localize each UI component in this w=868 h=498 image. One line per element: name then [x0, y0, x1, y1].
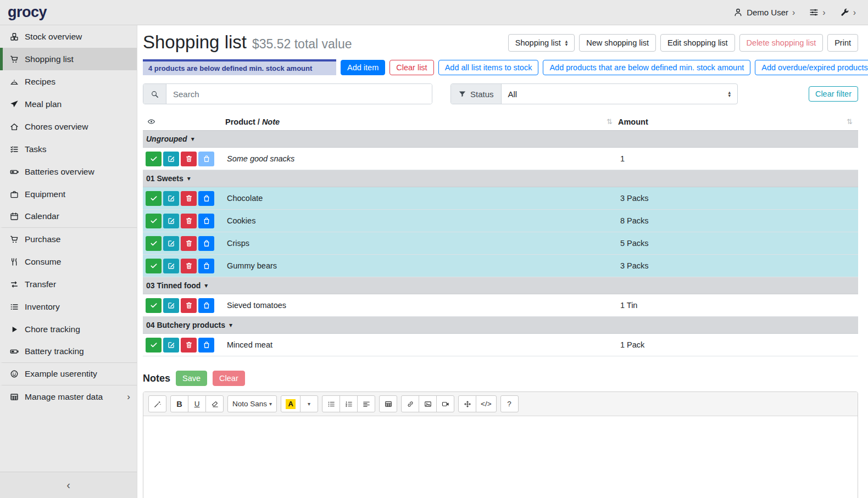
admin-menu[interactable]: › [840, 8, 856, 17]
mark-done-button[interactable] [146, 259, 162, 273]
table-row: Sieved tomatoes 1 Tin [143, 294, 858, 317]
edit-item-button[interactable] [163, 191, 179, 206]
tasks-icon [8, 145, 20, 154]
add-all-to-stock-button[interactable]: Add all list items to stock [438, 60, 539, 75]
sidebar-item-consume[interactable]: Consume [0, 250, 137, 273]
delete-item-button[interactable] [181, 152, 197, 166]
underline-button[interactable]: U [188, 395, 206, 412]
sidebar-item-manage-master-data[interactable]: Manage master data› [0, 385, 137, 408]
product-column-header[interactable]: Product / Note ⇅ [225, 117, 618, 126]
delete-item-button[interactable] [181, 236, 197, 251]
add-to-stock-button[interactable] [198, 259, 214, 273]
edit-item-button[interactable] [163, 298, 179, 313]
notes-clear-button[interactable]: Clear [213, 371, 245, 386]
add-to-stock-button[interactable] [198, 338, 214, 352]
mark-done-button[interactable] [146, 338, 162, 352]
sidebar-item-shopping-list[interactable]: Shopping list [0, 48, 137, 70]
text-color-button[interactable]: A [281, 395, 301, 412]
sidebar-item-calendar[interactable]: Calendar [0, 205, 137, 228]
sidebar-item-equipment[interactable]: Equipment [0, 183, 137, 205]
clear-filter-button[interactable]: Clear filter [809, 86, 858, 102]
notes-text-area[interactable] [143, 416, 858, 498]
new-shopping-list-button[interactable]: New shopping list [579, 34, 656, 52]
add-item-button[interactable]: Add item [341, 60, 385, 75]
ordered-list-button[interactable] [340, 395, 358, 412]
notes-save-button[interactable]: Save [176, 371, 207, 386]
sort-icon[interactable]: ⇅ [847, 117, 853, 126]
help-button[interactable]: ? [500, 395, 519, 412]
mark-done-button[interactable] [146, 191, 162, 206]
user-menu[interactable]: Demo User › [733, 8, 795, 17]
group-header-butchery-products: 04 Butchery products ▾ [143, 317, 858, 334]
add-overdue-button[interactable]: Add overdue/expired products [755, 60, 868, 75]
delete-item-button[interactable] [181, 338, 197, 352]
insert-video-button[interactable] [436, 395, 454, 412]
insert-table-button[interactable] [379, 395, 397, 412]
fullscreen-button[interactable] [458, 395, 476, 412]
edit-item-button[interactable] [163, 152, 179, 166]
add-below-min-button[interactable]: Add products that are below defined min.… [543, 60, 750, 75]
sidebar-item-batteries-overview[interactable]: Batteries overview [0, 160, 137, 183]
clear-list-button[interactable]: Clear list [390, 60, 433, 75]
mark-done-button[interactable] [146, 214, 162, 228]
sidebar-item-example-userentity[interactable]: Example userentity [0, 363, 137, 385]
sidebar-item-chore-tracking[interactable]: Chore tracking [0, 318, 137, 340]
chevron-right-icon: › [822, 8, 825, 17]
below-min-stock-alert: 4 products are below defined min. stock … [143, 59, 336, 75]
sidebar-item-tasks[interactable]: Tasks [0, 138, 137, 160]
caret-down-icon[interactable]: ▾ [229, 321, 232, 329]
sidebar-item-battery-tracking[interactable]: Battery tracking [0, 340, 137, 363]
delete-item-button[interactable] [181, 214, 197, 228]
print-button[interactable]: Print [827, 34, 858, 52]
insert-image-button[interactable] [419, 395, 437, 412]
magic-style-button[interactable] [148, 395, 166, 412]
mark-done-button[interactable] [146, 236, 162, 251]
sidebar-item-meal-plan[interactable]: Meal plan [0, 93, 137, 115]
edit-item-button[interactable] [163, 259, 179, 273]
sliders-icon [809, 8, 819, 17]
home-icon [8, 122, 20, 131]
paragraph-align-button[interactable] [357, 395, 375, 412]
insert-link-button[interactable] [401, 395, 419, 412]
add-to-stock-button[interactable] [198, 191, 214, 206]
clear-formatting-button[interactable] [205, 395, 224, 412]
sort-icon[interactable]: ⇅ [607, 117, 613, 126]
edit-item-button[interactable] [163, 236, 179, 251]
delete-item-button[interactable] [181, 298, 197, 313]
sidebar-collapse-button[interactable]: ‹ [0, 472, 137, 498]
status-filter-label: Status [451, 84, 502, 104]
code-view-button[interactable]: </​> [476, 395, 497, 412]
sidebar-item-stock-overview[interactable]: Stock overview [0, 25, 137, 48]
sidebar-item-inventory[interactable]: Inventory [0, 295, 137, 318]
caret-down-icon[interactable]: ▾ [191, 135, 194, 143]
add-to-stock-button[interactable] [198, 214, 214, 228]
delete-shopping-list-button[interactable]: Delete shopping list [739, 34, 824, 52]
edit-item-button[interactable] [163, 338, 179, 352]
add-to-stock-button[interactable] [198, 236, 214, 251]
add-to-stock-button[interactable] [198, 152, 214, 166]
settings-menu[interactable]: › [809, 8, 825, 17]
delete-item-button[interactable] [181, 259, 197, 273]
text-color-dropdown-button[interactable]: ▾ [300, 395, 318, 412]
caret-down-icon[interactable]: ▾ [204, 282, 208, 289]
delete-item-button[interactable] [181, 191, 197, 206]
shopping-list-select[interactable]: Shopping list ▴▾ [508, 34, 575, 52]
edit-shopping-list-button[interactable]: Edit shopping list [660, 34, 735, 52]
search-input[interactable] [166, 84, 432, 104]
sidebar-item-chores-overview[interactable]: Chores overview [0, 115, 137, 138]
sidebar-item-purchase[interactable]: Purchase [0, 228, 137, 250]
mark-done-button[interactable] [146, 298, 162, 313]
sidebar-item-transfer[interactable]: Transfer [0, 273, 137, 295]
mark-done-button[interactable] [146, 152, 162, 166]
table-row: Some good snacks 1 [143, 148, 858, 170]
sidebar-item-recipes[interactable]: Recipes [0, 70, 137, 93]
font-family-select[interactable]: Noto Sans▾ [227, 395, 277, 412]
add-to-stock-button[interactable] [198, 298, 214, 313]
unordered-list-button[interactable] [322, 395, 340, 412]
bold-button[interactable]: B [170, 395, 188, 412]
caret-down-icon[interactable]: ▾ [187, 175, 191, 182]
edit-item-button[interactable] [163, 214, 179, 228]
visibility-column-header[interactable] [143, 117, 225, 126]
status-select[interactable]: All ▴▾ [502, 84, 737, 104]
amount-column-header[interactable]: Amount ⇅ [618, 117, 858, 126]
